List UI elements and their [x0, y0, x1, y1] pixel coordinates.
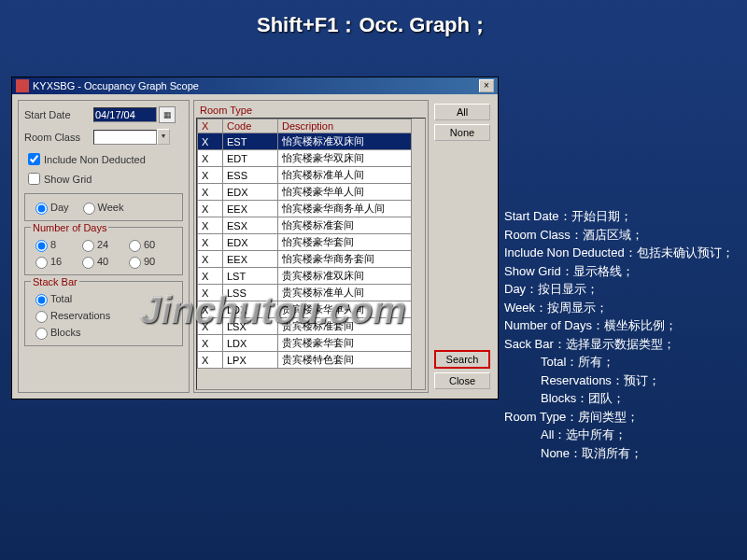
table-row[interactable]: XLSX贵宾楼标准套间 [198, 318, 425, 335]
app-icon [16, 79, 29, 92]
desc-line: Total：所有； [504, 353, 734, 371]
dropdown-icon[interactable]: ▾ [157, 129, 170, 145]
days-radio-40[interactable]: 40 [78, 254, 115, 269]
table-row[interactable]: XLST贵宾楼标准双床间 [198, 268, 425, 285]
room-class-input[interactable] [93, 130, 157, 145]
scrollbar[interactable] [411, 119, 425, 389]
col-code[interactable]: Code [223, 119, 278, 133]
table-row[interactable]: XLSS贵宾楼标准单人间 [198, 285, 425, 301]
include-checkbox[interactable] [28, 153, 40, 165]
table-row[interactable]: XESX怡宾楼标准套间 [198, 217, 425, 234]
desc-line: All：选中所有； [504, 426, 734, 444]
none-button[interactable]: None [434, 124, 490, 141]
room-class-label: Room Class [24, 132, 93, 143]
stack-radio-total[interactable]: Total [31, 291, 176, 306]
description-panel: Start Date：开始日期；Room Class：酒店区域；Include … [504, 207, 734, 462]
desc-line: Show Grid：显示格线； [504, 262, 734, 281]
col-x[interactable]: X [198, 119, 223, 133]
desc-line: Room Class：酒店区域； [504, 226, 734, 245]
table-row[interactable]: XLDX贵宾楼豪华套间 [198, 335, 425, 352]
table-row[interactable]: XEDX怡宾楼豪华套间 [198, 234, 425, 251]
desc-line: Blocks：团队； [504, 389, 734, 408]
close-button[interactable]: Close [434, 372, 490, 389]
close-icon[interactable]: × [479, 79, 494, 92]
start-date-input[interactable] [93, 107, 157, 122]
table-row[interactable]: XEEX怡宾楼豪华商务套间 [198, 251, 425, 268]
desc-line: Room Type：房间类型； [504, 408, 734, 427]
stack-radio-reservations[interactable]: Reservations [31, 308, 176, 323]
show-grid-label: Show Grid [44, 174, 92, 185]
days-radio-16[interactable]: 16 [31, 254, 68, 269]
occupancy-dialog: KYXSBG - Occupancy Graph Scope × Start D… [11, 77, 499, 399]
number-days-title: Number of Days [31, 222, 108, 233]
titlebar: KYXSBG - Occupancy Graph Scope × [12, 77, 498, 94]
day-radio[interactable]: Day [31, 200, 69, 215]
stack-bar-title: Stack Bar [31, 276, 79, 287]
table-row[interactable]: XEDX怡宾楼豪华单人间 [198, 184, 425, 201]
week-radio[interactable]: Week [78, 200, 124, 215]
days-radio-8[interactable]: 8 [31, 237, 68, 252]
days-radio-24[interactable]: 24 [78, 237, 115, 252]
table-row[interactable]: XLPX贵宾楼特色套间 [198, 352, 425, 369]
page-title: Shift+F1：Occ. Graph； [0, 0, 747, 50]
show-grid-checkbox[interactable] [28, 173, 40, 185]
stack-radio-blocks[interactable]: Blocks [31, 325, 176, 340]
dialog-title: KYXSBG - Occupancy Graph Scope [33, 80, 199, 91]
table-row[interactable]: XLDX贵宾楼豪华单人间 [198, 301, 425, 318]
days-radio-90[interactable]: 90 [124, 254, 162, 269]
room-type-title: Room Type [196, 103, 426, 118]
include-label: Include Non Deducted [44, 154, 146, 165]
desc-line: Sack Bar：选择显示数据类型； [504, 335, 734, 354]
desc-line: Include Non Deducted：包括未确认预订； [504, 244, 734, 262]
all-button[interactable]: All [434, 104, 490, 120]
calendar-icon[interactable]: ▦ [159, 106, 176, 123]
desc-line: Number of Days：横坐标比例； [504, 316, 734, 335]
start-date-label: Start Date [24, 109, 93, 120]
table-row[interactable]: XESS怡宾楼标准单人间 [198, 167, 425, 184]
search-button[interactable]: Search [434, 350, 490, 369]
desc-line: Reservations：预订； [504, 371, 734, 390]
days-radio-60[interactable]: 60 [124, 237, 162, 252]
table-row[interactable]: XEDT怡宾楼豪华双床间 [198, 150, 425, 167]
table-row[interactable]: XEST怡宾楼标准双床间 [198, 133, 425, 150]
desc-line: None：取消所有； [504, 444, 734, 463]
room-type-table: X Code Description XEST怡宾楼标准双床间XEDT怡宾楼豪华… [197, 119, 425, 369]
col-desc[interactable]: Description [278, 119, 425, 133]
desc-line: Week：按周显示； [504, 299, 734, 317]
table-row[interactable]: XEEX怡宾楼豪华商务单人间 [198, 201, 425, 217]
desc-line: Day：按日显示； [504, 280, 734, 299]
desc-line: Start Date：开始日期； [504, 207, 734, 226]
